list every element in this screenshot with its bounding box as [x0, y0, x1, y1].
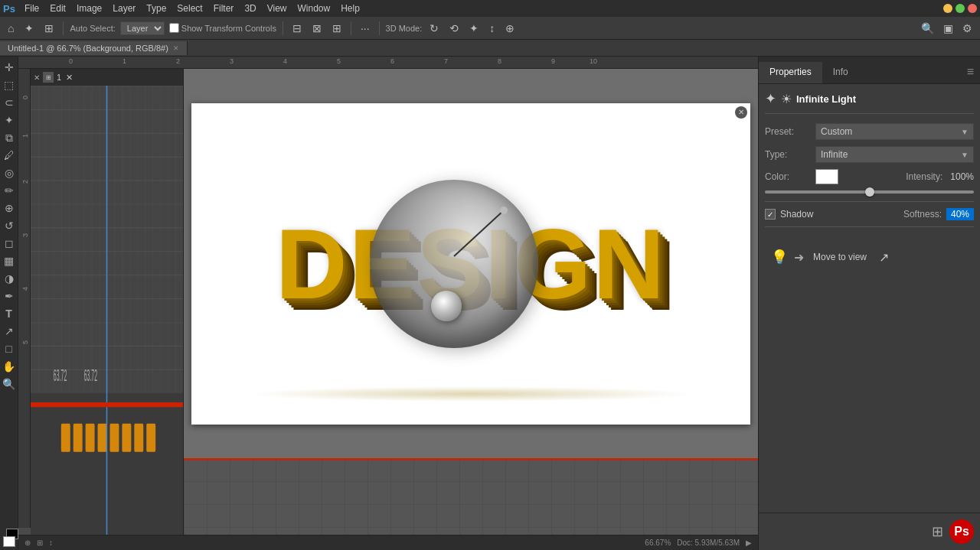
panel-tab-row: Properties Info ≡ [759, 57, 980, 84]
move-to-view-label: Move to view [813, 252, 867, 262]
right-panel: Properties Info ≡ ✦ ☀ Infinite Light Pre… [758, 57, 980, 550]
sphere-overlay [370, 180, 538, 348]
search-icon[interactable]: 🔍 [918, 21, 937, 36]
move-to-view[interactable]: 💡 ➜ Move to view ↗ [765, 242, 974, 272]
type-dropdown[interactable]: Infinite ▼ [815, 146, 974, 163]
menu-view[interactable]: View [263, 2, 292, 15]
text-tool-icon[interactable]: T [1, 306, 18, 321]
tool-icon-1[interactable]: ✦ [21, 21, 37, 36]
ps-logo[interactable]: Ps [3, 3, 15, 15]
preset-label: Preset: [765, 126, 811, 137]
svg-rect-14 [146, 424, 155, 452]
panel-collapse-btn[interactable]: ≡ [961, 60, 980, 83]
timeline-control-3[interactable]: ↕ [49, 539, 53, 547]
select-tool-icon[interactable]: ⬚ [1, 77, 18, 93]
menu-edit[interactable]: Edit [45, 2, 70, 15]
softness-value[interactable]: 40% [946, 208, 974, 220]
tab-properties[interactable]: Properties [759, 62, 822, 83]
prop-content: ✦ ☀ Infinite Light Preset: Custom ▼ Type… [759, 84, 980, 513]
fg-bg-colors[interactable] [3, 526, 15, 547]
shadow-ground [247, 386, 694, 402]
shape-tool-icon[interactable]: □ [1, 341, 18, 356]
panel-footer-icon[interactable]: ⊞ [932, 523, 943, 540]
menu-type[interactable]: Type [142, 2, 171, 15]
menu-image[interactable]: Image [72, 2, 106, 15]
menu-file[interactable]: File [20, 2, 44, 15]
clone-icon[interactable]: ⊕ [1, 200, 18, 216]
color-label: Color: [765, 171, 811, 182]
svg-line-19 [454, 210, 504, 256]
preset-value: Custom [821, 126, 852, 137]
3d-mode-icon-3[interactable]: ✦ [466, 21, 482, 36]
menu-filter[interactable]: Filter [209, 2, 239, 15]
brush-icon[interactable]: ✏ [1, 183, 18, 198]
shadow-checkbox[interactable] [765, 209, 776, 220]
timeline-control-2[interactable]: ⊞ [37, 539, 43, 547]
more-icon[interactable]: ··· [358, 21, 373, 36]
type-dropdown-arrow: ▼ [961, 151, 969, 159]
tab-info[interactable]: Info [822, 62, 859, 83]
lasso-tool-icon[interactable]: ⊂ [1, 95, 18, 110]
svg-text:012345: 012345 [21, 96, 29, 344]
move-tool-icon[interactable]: ✛ [1, 60, 18, 75]
svg-rect-9 [86, 424, 95, 452]
intensity-slider[interactable] [765, 190, 974, 194]
timeline-control-1[interactable]: ⊕ [24, 539, 31, 547]
transform-controls-label[interactable]: Show Transform Controls [169, 23, 276, 33]
intensity-label: Intensity: [906, 171, 942, 182]
sep-3 [351, 21, 351, 35]
home-icon[interactable]: ⌂ [5, 21, 17, 36]
menu-window[interactable]: Window [293, 2, 335, 15]
minimize-btn[interactable] [943, 4, 952, 13]
3d-mode-icon-2[interactable]: ⟲ [446, 21, 462, 36]
panel-tab-label: 1 [57, 73, 61, 82]
hand-tool-icon[interactable]: ✋ [1, 359, 18, 374]
doc-close-icon[interactable]: ✕ [173, 44, 179, 52]
ps-badge: Ps [949, 519, 974, 544]
menu-3d[interactable]: 3D [240, 2, 260, 15]
3d-mode-icon-1[interactable]: ↻ [426, 21, 442, 36]
align-left-icon[interactable]: ⊟ [289, 21, 305, 36]
history-brush-icon[interactable]: ↺ [1, 218, 18, 233]
color-swatch[interactable] [815, 169, 838, 184]
align-right-icon[interactable]: ⊞ [329, 21, 345, 36]
zoom-tool-icon[interactable]: 🔍 [1, 376, 18, 392]
3d-mode-icon-5[interactable]: ⊕ [502, 21, 518, 36]
svg-text:63.72: 63.72 [84, 366, 97, 384]
auto-select-dropdown[interactable]: Layer [120, 21, 165, 35]
gradient-icon[interactable]: ▦ [1, 253, 18, 268]
close-btn[interactable] [968, 4, 977, 13]
transform-controls-checkbox[interactable] [169, 23, 179, 33]
type-label: Type: [765, 149, 811, 160]
preset-dropdown[interactable]: Custom ▼ [815, 123, 974, 140]
magic-wand-icon[interactable]: ✦ [1, 112, 18, 128]
canvas-content: ✕ DESIGN [191, 103, 750, 425]
tool-icon-2[interactable]: ⊞ [41, 21, 57, 36]
menu-select[interactable]: Select [172, 2, 207, 15]
pen-icon[interactable]: ✒ [1, 288, 18, 304]
panel-tab-close[interactable]: ✕ [34, 73, 40, 82]
eyedropper-icon[interactable]: 🖊 [1, 148, 18, 163]
preview-grid-svg: 63.72 63.72 [31, 86, 183, 535]
dodge-icon[interactable]: ◑ [1, 271, 18, 286]
canvas-close-btn[interactable]: ✕ [735, 106, 747, 119]
svg-rect-10 [98, 424, 107, 452]
menu-help[interactable]: Help [336, 2, 364, 15]
menu-layer[interactable]: Layer [108, 2, 140, 15]
arrow-right-icon: ▶ [746, 539, 752, 547]
maximize-btn[interactable] [956, 4, 965, 13]
align-center-icon[interactable]: ⊠ [309, 21, 325, 36]
document-tab[interactable]: Untitled-1 @ 66.7% (Background, RGB/8#) … [0, 41, 188, 55]
crop-tool-icon[interactable]: ⧉ [1, 130, 18, 145]
eraser-icon[interactable]: ◻ [1, 236, 18, 251]
3d-mode-icon-4[interactable]: ↕ [486, 21, 498, 36]
spot-heal-icon[interactable]: ◎ [1, 165, 18, 181]
panel-footer: ⊞ Ps [759, 513, 980, 550]
panel-icon[interactable]: ▣ [940, 21, 956, 36]
settings-icon[interactable]: ⚙ [959, 21, 975, 36]
svg-rect-12 [122, 424, 131, 452]
intensity-slider-thumb[interactable] [865, 187, 874, 197]
cursor-icon: ↗ [879, 250, 889, 265]
svg-text:63.72: 63.72 [54, 366, 67, 384]
path-selection-icon[interactable]: ↗ [1, 324, 18, 339]
